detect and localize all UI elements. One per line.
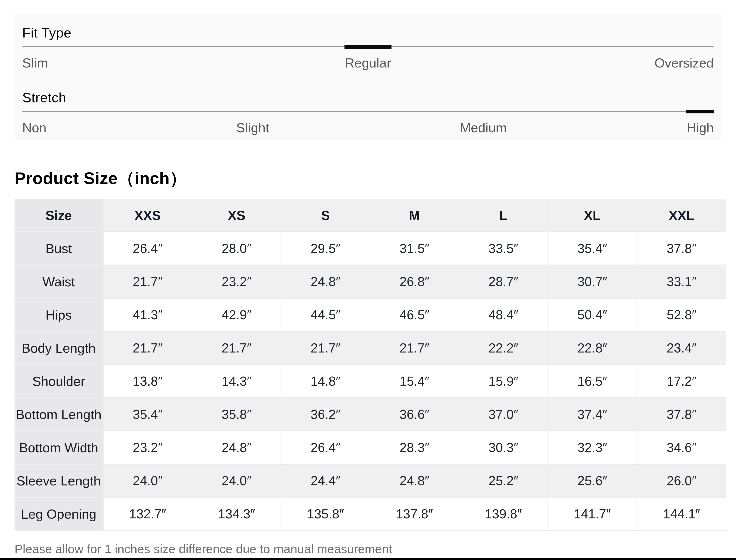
row-label-waist: Waist	[15, 265, 104, 299]
row-label-sleeve-length: Sleeve Length	[15, 465, 104, 498]
cell-hips-m: 46.5″	[370, 299, 459, 332]
row-label-bottom-width: Bottom Width	[15, 431, 104, 465]
cell-bottom-width-l: 30.3″	[459, 431, 548, 465]
cell-bottom-length-xs: 35.8″	[192, 398, 282, 431]
column-header-m: M	[370, 199, 459, 232]
cell-body-length-l: 22.2″	[459, 332, 548, 365]
cell-bottom-length-m: 36.6″	[370, 398, 459, 431]
option-slim: Slim	[22, 55, 48, 71]
option-high: High	[687, 120, 714, 136]
cell-waist-l: 28.7″	[459, 265, 548, 299]
cell-body-length-xxs: 21.7″	[104, 332, 193, 365]
cell-bust-xs: 28.0″	[192, 232, 282, 265]
option-non: Non	[22, 120, 46, 136]
cell-waist-xxl: 33.1″	[637, 265, 726, 299]
table-row-bottom-width: Bottom Width23.2″24.8″26.4″28.3″30.3″32.…	[15, 431, 726, 465]
cell-bottom-width-xxs: 23.2″	[104, 431, 193, 465]
cell-leg-opening-xxs: 132.7″	[104, 498, 193, 531]
cell-body-length-s: 21.7″	[282, 332, 370, 365]
cell-leg-opening-m: 137.8″	[370, 498, 459, 531]
cell-bust-m: 31.5″	[370, 232, 459, 265]
fit-type-group: Fit Type SlimRegularOversized	[22, 25, 714, 71]
bottom-edge-bar	[0, 558, 736, 560]
cell-hips-s: 44.5″	[282, 299, 370, 332]
table-row-hips: Hips41.3″42.9″44.5″46.5″48.4″50.4″52.8″	[15, 299, 726, 332]
option-regular: Regular	[345, 55, 391, 71]
cell-waist-s: 24.8″	[282, 265, 370, 299]
cell-waist-m: 26.8″	[370, 265, 459, 299]
table-row-sleeve-length: Sleeve Length24.0″24.0″24.4″24.8″25.2″25…	[15, 465, 726, 498]
row-label-body-length: Body Length	[15, 332, 104, 365]
cell-body-length-xl: 22.8″	[548, 332, 637, 365]
row-label-bust: Bust	[15, 232, 104, 265]
row-label-leg-opening: Leg Opening	[15, 498, 104, 531]
stretch-group: Stretch NonSlightMediumHigh	[22, 90, 714, 136]
cell-hips-l: 48.4″	[459, 299, 548, 332]
table-row-leg-opening: Leg Opening132.7″134.3″135.8″137.8″139.8…	[15, 498, 726, 531]
column-header-l: L	[459, 199, 548, 232]
cell-leg-opening-l: 139.8″	[459, 498, 548, 531]
cell-hips-xxs: 41.3″	[104, 299, 193, 332]
size-table-header: SizeXXSXSSMLXLXXL	[15, 199, 726, 232]
measurement-disclaimer: Please allow for 1 inches size differenc…	[15, 542, 392, 556]
option-medium: Medium	[460, 120, 506, 136]
cell-hips-xl: 50.4″	[548, 299, 637, 332]
cell-bottom-length-xxl: 37.8″	[637, 398, 726, 431]
cell-bust-l: 33.5″	[459, 232, 548, 265]
cell-shoulder-xxs: 13.8″	[104, 365, 193, 398]
cell-bottom-length-s: 36.2″	[282, 398, 370, 431]
column-header-s: S	[282, 199, 370, 232]
stretch-slider-track	[22, 111, 714, 112]
cell-bust-xl: 35.4″	[548, 232, 637, 265]
cell-body-length-xs: 21.7″	[192, 332, 282, 365]
cell-leg-opening-xl: 141.7″	[548, 498, 637, 531]
size-table: SizeXXSXSSMLXLXXL Bust26.4″28.0″29.5″31.…	[15, 199, 726, 531]
cell-leg-opening-s: 135.8″	[282, 498, 370, 531]
cell-leg-opening-xs: 134.3″	[192, 498, 282, 531]
cell-hips-xs: 42.9″	[192, 299, 282, 332]
cell-hips-xxl: 52.8″	[637, 299, 726, 332]
row-label-shoulder: Shoulder	[15, 365, 104, 398]
cell-waist-xs: 23.2″	[192, 265, 282, 299]
column-header-size: Size	[15, 199, 104, 232]
stretch-options: NonSlightMediumHigh	[22, 120, 714, 136]
cell-bust-s: 29.5″	[282, 232, 370, 265]
table-row-bottom-length: Bottom Length35.4″35.8″36.2″36.6″37.0″37…	[15, 398, 726, 431]
table-row-body-length: Body Length21.7″21.7″21.7″21.7″22.2″22.8…	[15, 332, 726, 365]
stretch-label: Stretch	[22, 90, 714, 105]
cell-shoulder-xxl: 17.2″	[637, 365, 726, 398]
cell-sleeve-length-xl: 25.6″	[548, 465, 637, 498]
cell-waist-xl: 30.7″	[548, 265, 637, 299]
cell-bottom-width-xs: 24.8″	[192, 431, 282, 465]
cell-bottom-length-xxs: 35.4″	[104, 398, 193, 431]
cell-shoulder-xl: 16.5″	[548, 365, 637, 398]
cell-sleeve-length-xxs: 24.0″	[104, 465, 193, 498]
cell-body-length-m: 21.7″	[370, 332, 459, 365]
option-oversized: Oversized	[654, 55, 714, 71]
cell-bust-xxs: 26.4″	[104, 232, 193, 265]
cell-sleeve-length-l: 25.2″	[459, 465, 548, 498]
page-title: Product Size（inch）	[15, 169, 187, 188]
cell-sleeve-length-xs: 24.0″	[192, 465, 282, 498]
column-header-xs: XS	[192, 199, 282, 232]
row-label-hips: Hips	[15, 299, 104, 332]
cell-bottom-width-xxl: 34.6″	[637, 431, 726, 465]
cell-shoulder-s: 14.8″	[282, 365, 370, 398]
cell-bottom-length-xl: 37.4″	[548, 398, 637, 431]
table-row-shoulder: Shoulder13.8″14.3″14.8″15.4″15.9″16.5″17…	[15, 365, 726, 398]
cell-sleeve-length-s: 24.4″	[282, 465, 370, 498]
row-label-bottom-length: Bottom Length	[15, 398, 104, 431]
cell-waist-xxs: 21.7″	[104, 265, 193, 299]
option-slight: Slight	[236, 120, 269, 136]
cell-shoulder-xs: 14.3″	[192, 365, 282, 398]
cell-body-length-xxl: 23.4″	[637, 332, 726, 365]
cell-sleeve-length-m: 24.8″	[370, 465, 459, 498]
cell-sleeve-length-xxl: 26.0″	[637, 465, 726, 498]
table-header-row: SizeXXSXSSMLXLXXL	[15, 199, 726, 232]
fit-info-panel: Fit Type SlimRegularOversized Stretch No…	[14, 14, 722, 140]
cell-bottom-width-s: 26.4″	[282, 431, 370, 465]
cell-bottom-length-l: 37.0″	[459, 398, 548, 431]
cell-shoulder-m: 15.4″	[370, 365, 459, 398]
cell-bottom-width-m: 28.3″	[370, 431, 459, 465]
column-header-xxs: XXS	[104, 199, 193, 232]
